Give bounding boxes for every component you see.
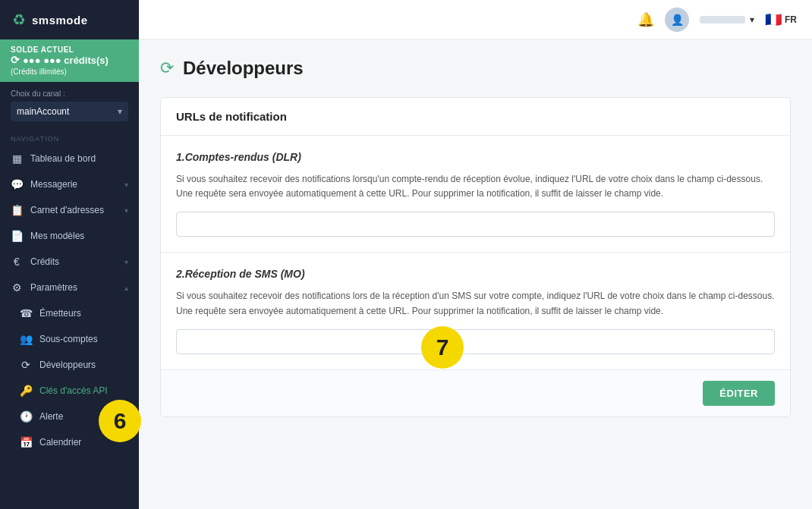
bell-icon[interactable]: 🔔 — [637, 11, 654, 28]
page-content: ⟳ Développeurs URLs de notification 1.Co… — [139, 39, 812, 509]
sidebar-item-mes-modeles[interactable]: 📄 Mes modèles — [0, 223, 139, 249]
sidebar-balance: SOLDE ACTUEL ⟳ ●●● ●●● crédits(s) (Crédi… — [0, 39, 139, 82]
section-dlr: 1.Comptes-rendus (DLR) Si vous souhaitez… — [161, 136, 790, 253]
france-flag-icon: 🇫🇷 — [765, 11, 782, 28]
nav-label-modeles: Mes modèles — [30, 231, 128, 241]
sidebar-logo[interactable]: ♻ smsmode — [0, 0, 139, 39]
edit-button[interactable]: ÉDITER — [703, 381, 775, 406]
main-area: 🔔 👤 ▾ 🇫🇷 FR ⟳ Développeurs URLs de notif… — [139, 0, 812, 509]
user-menu[interactable]: ▾ — [700, 14, 754, 25]
nav-label-credits: Crédits — [30, 256, 117, 267]
section-mo: 2.Réception de SMS (MO) Si vous souhaite… — [161, 253, 790, 369]
sidebar-item-tableau-de-bord[interactable]: ▦ Tableau de bord — [0, 146, 139, 171]
credits-icon: € — [11, 256, 23, 268]
mo-url-input[interactable] — [176, 329, 775, 354]
dlr-url-input[interactable] — [176, 212, 775, 237]
channel-label: Choix du canal : — [11, 90, 128, 98]
notification-card: URLs de notification 1.Comptes-rendus (D… — [160, 97, 791, 417]
card-header: URLs de notification — [161, 98, 790, 136]
sidebar-item-emetteurs[interactable]: ☎ Émetteurs — [0, 300, 139, 326]
sidebar-item-parametres[interactable]: ⚙ Paramètres ▴ — [0, 275, 139, 300]
nav-label-cles-api: Clés d'accès API — [39, 385, 128, 396]
messagerie-icon: 💬 — [11, 178, 23, 190]
nav-label-developpeurs: Développeurs — [39, 360, 128, 370]
dashboard-icon: ▦ — [11, 152, 23, 165]
nav-label-emetteurs: Émetteurs — [39, 308, 128, 319]
avatar-placeholder: 👤 — [671, 14, 684, 26]
balance-amount: ⟳ ●●● ●●● crédits(s) — [11, 54, 128, 66]
section-mo-desc: Si vous souhaitez recevoir des notificat… — [176, 289, 775, 318]
parametres-icon: ⚙ — [11, 281, 23, 294]
nav-label-carnet: Carnet d'adresses — [30, 205, 117, 215]
sidebar-channel: Choix du canal : mainAccount — [0, 82, 139, 129]
modeles-icon: 📄 — [11, 230, 23, 242]
page-title-row: ⟳ Développeurs — [160, 58, 791, 79]
developpeurs-icon: ⟳ — [20, 359, 32, 371]
language-code: FR — [785, 14, 797, 25]
channel-select-wrapper: mainAccount — [11, 102, 128, 121]
balance-value: ●●● ●●● crédits(s) — [23, 55, 109, 66]
cles-api-icon: 🔑 — [20, 385, 32, 397]
emetteurs-icon: ☎ — [20, 307, 32, 319]
sidebar-item-developpeurs[interactable]: ⟳ Développeurs — [0, 352, 139, 378]
logo-icon: ♻ — [12, 11, 26, 29]
sidebar: ♻ smsmode SOLDE ACTUEL ⟳ ●●● ●●● crédits… — [0, 0, 139, 509]
carnet-arrow-icon: ▾ — [124, 206, 128, 215]
balance-label: SOLDE ACTUEL — [11, 46, 128, 54]
nav-label-calendrier: Calendrier — [39, 437, 128, 448]
section-dlr-title: 1.Comptes-rendus (DLR) — [176, 151, 775, 163]
sidebar-item-calendrier[interactable]: 📅 Calendrier — [0, 429, 139, 455]
page-title: Développeurs — [183, 58, 304, 79]
sidebar-item-messagerie[interactable]: 💬 Messagerie ▾ — [0, 171, 139, 197]
sidebar-item-cles-api[interactable]: 🔑 Clés d'accès API — [0, 378, 139, 404]
card-footer: ÉDITER — [161, 369, 790, 416]
nav-label-messagerie: Messagerie — [30, 179, 117, 190]
user-name-placeholder — [700, 16, 745, 24]
nav-label-parametres: Paramètres — [30, 282, 117, 293]
nav-section-label: NAVIGATION — [0, 129, 139, 146]
page-wrapper: ♻ smsmode SOLDE ACTUEL ⟳ ●●● ●●● crédits… — [0, 0, 812, 509]
nav-label-dashboard: Tableau de bord — [30, 153, 128, 164]
nav-label-alerte: Alerte — [39, 411, 128, 422]
avatar: 👤 — [665, 8, 689, 32]
sidebar-item-credits[interactable]: € Crédits ▾ — [0, 249, 139, 275]
balance-sync-icon: ⟳ — [11, 54, 20, 66]
carnet-icon: 📋 — [11, 204, 23, 216]
sidebar-item-carnet-adresses[interactable]: 📋 Carnet d'adresses ▾ — [0, 197, 139, 223]
sidebar-item-sous-comptes[interactable]: 👥 Sous-comptes — [0, 326, 139, 352]
user-dropdown-icon: ▾ — [750, 14, 754, 25]
logo-text: smsmode — [32, 14, 88, 27]
parametres-arrow-icon: ▴ — [124, 284, 128, 292]
nav-label-sous-comptes: Sous-comptes — [39, 334, 128, 344]
credits-arrow-icon: ▾ — [124, 258, 128, 266]
messagerie-arrow-icon: ▾ — [124, 181, 128, 189]
balance-unlimited: (Crédits illimités) — [11, 68, 128, 76]
calendrier-icon: 📅 — [20, 436, 32, 448]
page-title-icon: ⟳ — [160, 58, 174, 78]
language-selector[interactable]: 🇫🇷 FR — [765, 11, 797, 28]
channel-select[interactable]: mainAccount — [11, 102, 128, 121]
topbar: 🔔 👤 ▾ 🇫🇷 FR — [139, 0, 812, 39]
alerte-icon: 🕐 — [20, 410, 32, 423]
card-body: 1.Comptes-rendus (DLR) Si vous souhaitez… — [161, 136, 790, 369]
section-dlr-desc: Si vous souhaitez recevoir des notificat… — [176, 172, 775, 201]
sidebar-item-alerte[interactable]: 🕐 Alerte — [0, 404, 139, 429]
sous-comptes-icon: 👥 — [20, 333, 32, 345]
section-mo-title: 2.Réception de SMS (MO) — [176, 268, 775, 280]
